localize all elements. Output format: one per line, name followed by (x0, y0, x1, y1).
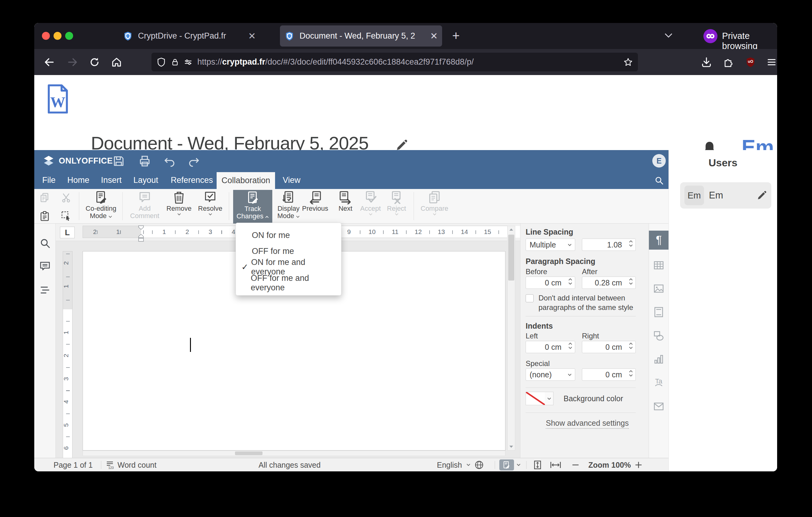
word-count-button[interactable]: Word count (117, 461, 156, 469)
mail-merge-settings-tab[interactable] (653, 401, 665, 412)
paste-icon[interactable] (39, 211, 50, 221)
chevron-down-icon[interactable] (517, 463, 521, 466)
spacing-before-input[interactable] (526, 277, 575, 289)
menu-tab-layout[interactable]: Layout (134, 171, 158, 189)
new-tab-button[interactable]: + (452, 28, 460, 43)
tab-close-icon[interactable]: ✕ (248, 31, 256, 42)
menu-item-off-for-me-and-everyone[interactable]: ✓OFF for me and everyone (236, 275, 341, 291)
permissions-icon[interactable] (183, 57, 193, 67)
header-footer-settings-tab[interactable] (653, 306, 665, 318)
spacing-before-field[interactable] (526, 277, 575, 289)
tab-cryptdrive[interactable]: CryptDrive - CryptPad.fr ✕ (118, 25, 276, 47)
line-spacing-amount[interactable] (582, 239, 636, 251)
back-icon[interactable] (44, 56, 55, 68)
scroll-down-icon[interactable] (509, 445, 513, 448)
zoom-level[interactable]: Zoom 100% (588, 461, 631, 469)
zoom-in-icon[interactable] (635, 461, 642, 469)
indent-right-field[interactable] (582, 341, 636, 353)
special-select[interactable]: (none) (526, 369, 575, 381)
zoom-out-icon[interactable] (572, 462, 579, 468)
user-list-item[interactable]: Em Em (680, 182, 771, 209)
navigation-headings-icon[interactable] (39, 284, 51, 296)
minimize-window-button[interactable] (54, 32, 61, 40)
vertical-ruler[interactable]: 21123456 (63, 251, 72, 458)
forward-icon[interactable] (67, 56, 78, 68)
edit-name-pencil-icon[interactable] (757, 190, 767, 200)
spinner[interactable] (568, 278, 573, 285)
line-spacing-input[interactable] (582, 239, 635, 251)
reject-button[interactable]: Reject (381, 190, 412, 216)
first-line-indent-marker[interactable] (138, 225, 144, 230)
comments-panel-icon[interactable] (39, 260, 51, 272)
spinner[interactable] (629, 278, 633, 285)
zoom-window-button[interactable] (65, 32, 73, 40)
vertical-scrollbar[interactable] (507, 226, 515, 451)
spinner[interactable] (568, 343, 573, 349)
coediting-mode-button[interactable]: Co-editing Mode (84, 190, 118, 220)
remove-button[interactable]: Remove (164, 190, 194, 216)
extensions-puzzle-icon[interactable] (723, 56, 734, 68)
downloads-icon[interactable] (701, 56, 712, 68)
previous-change-button[interactable]: Previous (300, 190, 330, 212)
find-icon[interactable] (39, 237, 51, 249)
menu-tab-file[interactable]: File (42, 171, 56, 189)
indent-left-input[interactable] (526, 341, 575, 353)
background-color-dropdown[interactable] (545, 392, 553, 405)
page-indicator[interactable]: Page 1 of 1 (54, 461, 93, 469)
menu-tab-references[interactable]: References (171, 171, 213, 189)
menu-item-on-for-me-and-everyone[interactable]: ✓ON for me and everyone (236, 259, 341, 275)
special-amount-field[interactable] (582, 369, 636, 381)
tab-stop-selector[interactable]: L (60, 227, 75, 238)
list-tabs-chevron-icon[interactable] (664, 32, 673, 39)
close-window-button[interactable] (42, 32, 50, 40)
tab-close-icon[interactable]: ✕ (430, 31, 438, 42)
display-mode-button[interactable]: Display Mode (273, 190, 304, 220)
compare-button[interactable]: Compare (419, 190, 450, 216)
line-spacing-select[interactable]: Multiple (526, 239, 575, 251)
home-icon[interactable] (111, 56, 122, 68)
track-changes-button[interactable]: Track Changes (233, 190, 272, 228)
special-amount-input[interactable] (582, 369, 635, 381)
background-color-swatch[interactable] (526, 392, 545, 405)
spinner[interactable] (629, 370, 633, 377)
horizontal-scrollbar[interactable] (83, 451, 505, 456)
lock-icon[interactable] (170, 57, 180, 67)
spellcheck-globe-icon[interactable] (474, 460, 484, 470)
advanced-settings-link[interactable]: Show advanced settings (546, 419, 629, 429)
track-changes-status-button[interactable] (499, 459, 514, 470)
shape-settings-tab[interactable] (653, 330, 665, 342)
indent-right-input[interactable] (582, 341, 635, 353)
text-art-settings-tab[interactable]: Ta (653, 377, 665, 388)
print-icon[interactable] (138, 155, 151, 167)
menu-tab-collaboration[interactable]: Collaboration (216, 172, 275, 189)
editor-user-avatar[interactable]: E (652, 154, 666, 167)
tab-document[interactable]: Document - Wed, February 5, 2 ✕ (280, 25, 442, 47)
tracking-shield-icon[interactable] (156, 57, 166, 67)
add-comment-button[interactable]: Add Comment (127, 190, 162, 220)
redo-icon[interactable] (188, 156, 200, 167)
save-icon[interactable] (112, 155, 125, 167)
url-bar[interactable]: https://cryptpad.fr/doc/#/3/doc/edit/ff0… (151, 53, 638, 71)
cut-icon[interactable] (61, 192, 71, 203)
image-settings-tab[interactable] (653, 283, 665, 295)
table-settings-tab[interactable] (653, 260, 665, 271)
left-indent-marker[interactable] (138, 234, 144, 242)
menu-tab-view[interactable]: View (283, 171, 300, 189)
spinner[interactable] (629, 343, 633, 349)
menu-tab-home[interactable]: Home (67, 171, 89, 189)
select-all-icon[interactable] (61, 211, 71, 221)
spinner[interactable] (629, 240, 633, 247)
paragraph-settings-tab[interactable]: ¶ (649, 230, 669, 250)
menu-hamburger-icon[interactable] (766, 57, 777, 67)
menu-item-off-for-me[interactable]: ✓OFF for me (236, 243, 341, 259)
fit-width-icon[interactable] (550, 460, 562, 470)
editor-search-icon[interactable] (654, 175, 664, 185)
reload-icon[interactable] (89, 56, 100, 68)
undo-icon[interactable] (164, 156, 176, 167)
rename-pencil-icon[interactable] (395, 139, 408, 152)
no-interval-checkbox[interactable] (526, 294, 533, 302)
scrollbar-thumb[interactable] (508, 235, 514, 280)
scrollbar-thumb[interactable] (235, 452, 262, 455)
copy-icon[interactable] (39, 192, 50, 203)
indent-left-field[interactable] (526, 341, 575, 353)
